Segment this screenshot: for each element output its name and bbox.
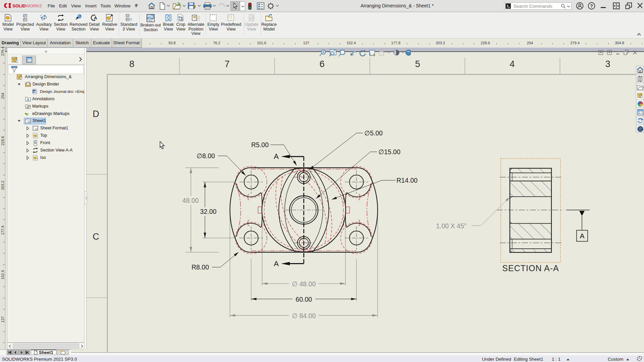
svg-text:60.00: 60.00	[296, 296, 312, 303]
svg-text:∅ 84.00: ∅ 84.00	[292, 312, 316, 319]
svg-text:A: A	[274, 259, 279, 268]
svg-text:∅ 48.00: ∅ 48.00	[292, 280, 316, 288]
svg-text:3: 3	[605, 59, 610, 69]
svg-text:1.00 X 45°: 1.00 X 45°	[436, 222, 467, 230]
svg-text:6: 6	[319, 59, 324, 69]
svg-text:e: e	[26, 111, 29, 117]
svg-text:32.00: 32.00	[200, 208, 217, 215]
svg-text:A: A	[26, 98, 29, 102]
svg-text:7: 7	[224, 59, 229, 69]
svg-text:A: A	[274, 152, 279, 161]
svg-text:∅8.00: ∅8.00	[197, 152, 215, 160]
svg-text:48.00: 48.00	[182, 197, 199, 204]
svg-text:∅15.00: ∅15.00	[378, 148, 400, 156]
svg-text:W: W	[33, 90, 36, 93]
svg-text:R8.00: R8.00	[192, 263, 209, 271]
svg-text:SECTION A-A: SECTION A-A	[502, 263, 559, 273]
svg-text:D: D	[93, 109, 99, 119]
svg-text:∅5.00: ∅5.00	[364, 129, 383, 137]
svg-text:C: C	[93, 232, 99, 242]
svg-text:5: 5	[415, 59, 420, 69]
svg-text:R14.00: R14.00	[396, 177, 418, 184]
svg-text:4: 4	[509, 59, 515, 69]
svg-text:R5.00: R5.00	[251, 141, 269, 148]
svg-text:A: A	[580, 232, 584, 240]
svg-text:8: 8	[129, 59, 134, 69]
